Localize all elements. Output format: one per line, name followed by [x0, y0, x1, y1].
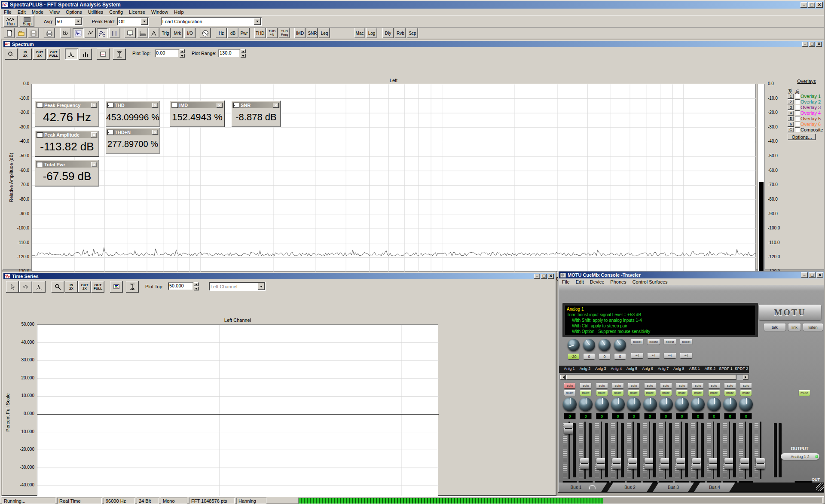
channel-tab-anlg8[interactable]: Anlg 8	[670, 367, 688, 371]
zoom-cursor-button[interactable]	[5, 49, 18, 60]
overlays-options-button[interactable]: Options...	[788, 134, 816, 140]
pan-knob-7[interactable]	[659, 397, 673, 411]
meter-peak-frequency[interactable]: Peak Frequency 42.76 Hz	[35, 101, 99, 127]
channel-tab-anlg7[interactable]: Anlg 7	[654, 367, 672, 371]
run-button[interactable]: Run	[3, 15, 18, 27]
fader-track-6[interactable]	[649, 422, 650, 479]
pan-knob-12[interactable]	[739, 397, 753, 411]
motu-menu-device[interactable]: Device	[587, 279, 608, 285]
meter-total-pwr[interactable]: Total Pwr -67.59 dB	[35, 160, 99, 186]
channel-tab-anlg6[interactable]: Anlg 6	[639, 367, 656, 371]
zoom-out-2x-button[interactable]: OUT 2X	[33, 49, 46, 60]
spectrum-close-button[interactable]	[816, 42, 822, 47]
resize-grip[interactable]	[816, 483, 824, 491]
menu-mode[interactable]: Mode	[29, 9, 47, 15]
ts-channel-combobox[interactable]: Left Channel	[209, 282, 266, 291]
motu-minimize-button[interactable]	[801, 272, 808, 278]
vertical-scale-button[interactable]	[113, 49, 126, 60]
stop-button[interactable]: Stop	[20, 15, 34, 27]
thd-button[interactable]: THD	[254, 28, 266, 38]
boost-button-7[interactable]: boost	[664, 339, 676, 345]
mute-button-2[interactable]: mute	[580, 390, 591, 396]
pan-knob-1[interactable]	[563, 397, 577, 411]
app-titlebar[interactable]: SpectraPLUS - FFT Spectral Analysis Syst…	[1, 1, 824, 9]
plot-top-field[interactable]: 0.00	[155, 49, 179, 57]
solo-button-6[interactable]: solo	[645, 383, 656, 388]
motu-menu-file[interactable]: File	[559, 279, 573, 285]
fader-track-3[interactable]	[601, 422, 602, 479]
solo-button-7[interactable]: solo	[660, 383, 672, 388]
bus-tab-4[interactable]: Bus 4	[694, 483, 735, 492]
mrk-button[interactable]: Mrk	[172, 28, 183, 38]
channel-tab-anlg2[interactable]: Anlg 2	[576, 367, 593, 371]
master-fader-handle[interactable]	[756, 458, 765, 469]
fader-handle-3[interactable]	[596, 458, 605, 469]
solo-button-8[interactable]: solo	[676, 383, 688, 388]
mute-button-1[interactable]: mute	[564, 390, 575, 396]
overlay-on-checkbox-1[interactable]	[795, 94, 800, 98]
avg-dropdown-arrow[interactable]	[75, 18, 82, 25]
ts-audio-monitor-button[interactable]	[19, 281, 32, 293]
meter-close-icon[interactable]	[273, 103, 279, 108]
gain-plus4-button-6[interactable]: +4	[648, 353, 660, 358]
pan-knob-11[interactable]	[723, 397, 737, 411]
meter-close-icon[interactable]	[91, 103, 97, 108]
menu-license[interactable]: License	[126, 9, 148, 15]
channel-tab-aes1[interactable]: AES 1	[686, 367, 703, 371]
overlay-set-button-1[interactable]: 1	[788, 94, 794, 99]
ts-cursor-button[interactable]	[6, 281, 19, 293]
spectrogram-display-button[interactable]	[109, 28, 120, 38]
menu-file[interactable]: File	[1, 9, 15, 15]
spectrum-maximize-button[interactable]	[809, 42, 815, 47]
ts-zoom-out-2x-button[interactable]: OUT 2X	[78, 281, 91, 293]
fader-handle-12[interactable]	[740, 458, 749, 469]
fader-track-8[interactable]	[681, 422, 682, 479]
mac-button[interactable]: Mac	[354, 28, 365, 38]
output-assign-select[interactable]: Analog 1-2	[781, 453, 819, 460]
ts-plot-top-field[interactable]: 50.000	[168, 282, 193, 290]
meter-close-icon[interactable]	[91, 162, 97, 167]
meter-titlebar[interactable]: THD+N	[107, 129, 159, 135]
menu-options[interactable]: Options	[63, 9, 85, 15]
zoom-in-2x-button[interactable]: IN 2X	[19, 49, 32, 60]
io-button[interactable]: I/O	[184, 28, 196, 38]
pan-knob-3[interactable]	[595, 397, 609, 411]
motu-titlebar[interactable]: MOTU CueMix Console -Traveler	[559, 272, 824, 278]
meter-titlebar[interactable]: Peak Frequency	[36, 102, 98, 108]
fader-handle-1[interactable]	[564, 423, 573, 434]
talk-button[interactable]: talk	[764, 324, 785, 331]
mute-button-6[interactable]: mute	[645, 390, 656, 396]
solo-button-10[interactable]: solo	[709, 383, 720, 388]
master-fader-track[interactable]	[760, 422, 761, 479]
mute-button-10[interactable]: mute	[709, 390, 720, 396]
meter-close-icon[interactable]	[152, 103, 158, 108]
ts-plot-area[interactable]	[37, 324, 438, 496]
motu-scrollbar[interactable]	[560, 374, 749, 380]
meter-close-icon[interactable]	[217, 103, 223, 108]
peak-hold-dropdown-arrow[interactable]	[141, 18, 148, 25]
imd-button[interactable]: IMD	[294, 28, 306, 38]
motu-scroll-left[interactable]	[560, 375, 566, 380]
fader-handle-5[interactable]	[628, 458, 637, 469]
ts-plot-top-spinner[interactable]	[194, 282, 199, 290]
fader-handle-9[interactable]	[692, 458, 701, 469]
snr-button[interactable]: SNR	[307, 28, 318, 38]
ts-close-button[interactable]	[548, 274, 554, 279]
menu-edit[interactable]: Edit	[15, 9, 29, 15]
motu-maximize-button[interactable]	[809, 272, 816, 278]
channel-tab-anlg3[interactable]: Anlg 3	[592, 367, 609, 371]
solo-button-4[interactable]: solo	[612, 383, 623, 388]
solo-button-2[interactable]: solo	[580, 383, 591, 388]
scp-button[interactable]: Scp	[407, 28, 418, 38]
pan-knob-8[interactable]	[675, 397, 689, 411]
plot-range-spinner[interactable]	[241, 49, 246, 58]
peak-display-button[interactable]	[65, 49, 78, 60]
solo-button-5[interactable]: solo	[628, 383, 639, 388]
pan-knob-9[interactable]	[691, 397, 705, 411]
channel-tab-spdf1[interactable]: SPDF 1	[717, 367, 734, 371]
fader-handle-8[interactable]	[676, 458, 685, 469]
menu-help[interactable]: Help	[171, 9, 187, 15]
channel-tab-anlg5[interactable]: Anlg 5	[623, 367, 641, 371]
fader-track-9[interactable]	[697, 422, 698, 479]
hz-button[interactable]: Hz	[216, 28, 227, 38]
